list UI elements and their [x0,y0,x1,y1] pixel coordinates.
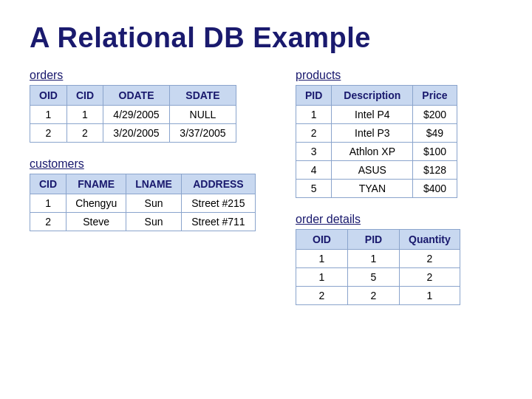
orders-label: orders [30,69,273,82]
customers-table: CID FNAME LNAME ADDRESS 1ChengyuSunStree… [30,174,256,231]
table-row: 4ASUS$128 [296,161,457,180]
products-col-price: Price [413,86,457,106]
table-row: 112 [296,250,460,268]
products-col-description: Description [332,86,413,106]
od-col-quantity: Quantity [400,230,460,250]
table-row: 1ChengyuSunStreet #215 [30,194,256,213]
products-label: products [296,69,502,82]
order-details-table: OID PID Quantity 112152221 [296,229,460,305]
table-row: 114/29/2005NULL [30,106,236,124]
products-section: products PID Description Price 1Intel P4… [296,69,502,198]
order-details-section: order details OID PID Quantity 112152221 [296,213,502,305]
table-row: 1Intel P4$200 [296,106,457,124]
right-column: products PID Description Price 1Intel P4… [296,69,502,305]
orders-col-oid: OID [30,86,67,106]
customers-label: customers [30,157,273,171]
orders-table: OID CID ODATE SDATE 114/29/2005NULL223/2… [30,85,236,143]
customers-section: customers CID FNAME LNAME ADDRESS 1Cheng… [30,157,273,231]
table-row: 3Athlon XP$100 [296,143,457,161]
customers-col-cid: CID [30,174,66,194]
left-column: orders OID CID ODATE SDATE 114/29/2005NU… [30,69,273,305]
orders-col-odate: ODATE [103,86,170,106]
customers-col-lname: LNAME [126,174,182,194]
table-row: 2SteveSunStreet #711 [30,213,256,231]
od-col-oid: OID [296,230,348,250]
table-row: 221 [296,287,460,305]
content-area: orders OID CID ODATE SDATE 114/29/2005NU… [30,69,502,305]
od-col-pid: PID [348,230,400,250]
table-row: 223/20/20053/37/2005 [30,124,236,143]
customers-col-address: ADDRESS [181,174,255,194]
orders-col-cid: CID [66,86,103,106]
page-title: A Relational DB Example [30,22,502,54]
customers-col-fname: FNAME [66,174,126,194]
page: A Relational DB Example orders OID CID O… [0,0,532,399]
table-row: 5TYAN$400 [296,180,457,198]
orders-section: orders OID CID ODATE SDATE 114/29/2005NU… [30,69,273,143]
products-col-pid: PID [296,86,332,106]
order-details-label: order details [296,213,502,226]
table-row: 2Intel P3$49 [296,124,457,143]
orders-col-sdate: SDATE [170,86,236,106]
products-table: PID Description Price 1Intel P4$2002Inte… [296,85,457,198]
table-row: 152 [296,268,460,287]
